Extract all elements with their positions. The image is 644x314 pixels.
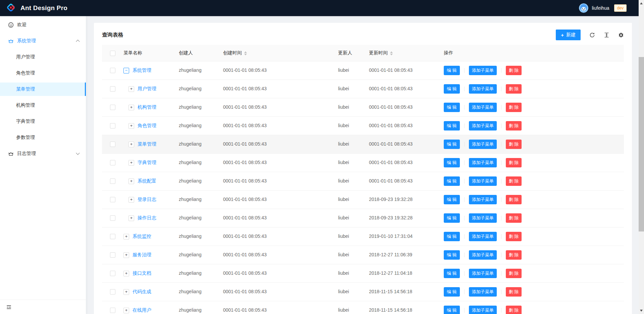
delete-button[interactable]: 删 除 <box>506 176 522 186</box>
row-checkbox[interactable] <box>110 215 115 221</box>
add-submenu-button[interactable]: 添加子菜单 <box>469 121 497 130</box>
sidebar-item-welcome[interactable]: 欢迎 <box>0 18 86 32</box>
delete-button[interactable]: 删 除 <box>506 287 522 297</box>
edit-button[interactable]: 编 辑 <box>444 158 460 167</box>
expand-row-icon[interactable]: + <box>123 271 129 276</box>
add-submenu-button[interactable]: 添加子菜单 <box>469 306 497 314</box>
menu-name-link[interactable]: 代码生成 <box>132 289 151 294</box>
edit-button[interactable]: 编 辑 <box>444 66 460 75</box>
menu-name-link[interactable]: 登录日志 <box>138 197 156 202</box>
collapse-row-icon[interactable]: − <box>123 68 129 73</box>
sidebar-item-dict-mgmt[interactable]: 字典管理 <box>0 115 86 128</box>
sorter-carets-icon[interactable] <box>244 51 247 55</box>
row-checkbox[interactable] <box>110 308 115 313</box>
row-checkbox[interactable] <box>110 86 115 92</box>
column-height-icon[interactable] <box>604 32 609 38</box>
sidebar-item-menu-mgmt[interactable]: 菜单管理 <box>0 83 86 96</box>
add-submenu-button[interactable]: 添加子菜单 <box>469 84 497 94</box>
delete-button[interactable]: 删 除 <box>506 103 522 112</box>
expand-row-icon[interactable]: + <box>128 123 134 129</box>
expand-row-icon[interactable]: + <box>128 215 134 221</box>
add-submenu-button[interactable]: 添加子菜单 <box>469 140 497 149</box>
sidebar-item-org-mgmt[interactable]: 机构管理 <box>0 99 86 112</box>
delete-button[interactable]: 删 除 <box>506 232 522 241</box>
expand-row-icon[interactable]: + <box>123 289 129 295</box>
menu-name-link[interactable]: 机构管理 <box>138 104 156 110</box>
edit-button[interactable]: 编 辑 <box>444 103 460 112</box>
delete-button[interactable]: 删 除 <box>506 84 522 94</box>
sidebar-item-param-mgmt[interactable]: 参数管理 <box>0 131 86 144</box>
edit-button[interactable]: 编 辑 <box>444 213 460 223</box>
row-checkbox[interactable] <box>110 142 115 147</box>
menu-name-link[interactable]: 系统管理 <box>132 67 151 73</box>
menu-name-link[interactable]: 字典管理 <box>138 160 156 165</box>
delete-button[interactable]: 删 除 <box>506 66 522 75</box>
sidebar-group-log[interactable]: 日志管理 <box>0 147 86 160</box>
menu-name-link[interactable]: 角色管理 <box>138 123 156 128</box>
delete-button[interactable]: 删 除 <box>506 140 522 149</box>
user-name[interactable]: liufeihua <box>592 5 609 11</box>
expand-row-icon[interactable]: + <box>128 105 134 110</box>
row-checkbox[interactable] <box>110 178 115 184</box>
delete-button[interactable]: 删 除 <box>506 195 522 204</box>
edit-button[interactable]: 编 辑 <box>444 269 460 278</box>
sorter-carets-icon[interactable] <box>390 51 393 55</box>
add-submenu-button[interactable]: 添加子菜单 <box>469 103 497 112</box>
edit-button[interactable]: 编 辑 <box>444 250 460 260</box>
edit-button[interactable]: 编 辑 <box>444 195 460 204</box>
add-submenu-button[interactable]: 添加子菜单 <box>469 269 497 278</box>
sidebar-item-user-mgmt[interactable]: 用户管理 <box>0 50 86 64</box>
menu-name-link[interactable]: 服务治理 <box>132 252 151 257</box>
menu-name-link[interactable]: 操作日志 <box>138 215 156 220</box>
menu-name-link[interactable]: 用户管理 <box>138 86 156 91</box>
row-checkbox[interactable] <box>110 68 115 73</box>
expand-row-icon[interactable]: + <box>123 308 129 313</box>
delete-button[interactable]: 删 除 <box>506 306 522 314</box>
user-avatar[interactable] <box>579 3 588 13</box>
new-button[interactable]: + 新建 <box>556 30 581 40</box>
row-checkbox[interactable] <box>110 234 115 239</box>
row-checkbox[interactable] <box>110 252 115 258</box>
add-submenu-button[interactable]: 添加子菜单 <box>469 66 497 75</box>
app-logo[interactable]: Ant Design Pro <box>5 2 67 14</box>
scroll-up-arrow-icon[interactable] <box>640 2 643 4</box>
scrollbar-thumb[interactable] <box>639 57 644 231</box>
edit-button[interactable]: 编 辑 <box>444 121 460 130</box>
sidebar-item-role-mgmt[interactable]: 角色管理 <box>0 66 86 80</box>
setting-gear-icon[interactable] <box>618 32 624 38</box>
select-all-checkbox[interactable] <box>110 51 115 56</box>
row-checkbox[interactable] <box>110 271 115 276</box>
add-submenu-button[interactable]: 添加子菜单 <box>469 158 497 167</box>
scroll-down-arrow-icon[interactable] <box>640 310 643 312</box>
menu-name-link[interactable]: 系统配置 <box>138 178 156 184</box>
expand-row-icon[interactable]: + <box>128 160 134 166</box>
menu-name-link[interactable]: 接口文档 <box>132 270 151 276</box>
edit-button[interactable]: 编 辑 <box>444 232 460 241</box>
add-submenu-button[interactable]: 添加子菜单 <box>469 250 497 260</box>
expand-row-icon[interactable]: + <box>128 197 134 203</box>
delete-button[interactable]: 删 除 <box>506 269 522 278</box>
edit-button[interactable]: 编 辑 <box>444 287 460 297</box>
edit-button[interactable]: 编 辑 <box>444 140 460 149</box>
menu-name-link[interactable]: 菜单管理 <box>138 141 156 147</box>
column-header-2[interactable]: 创建时间 <box>218 45 333 61</box>
add-submenu-button[interactable]: 添加子菜单 <box>469 232 497 241</box>
reload-icon[interactable] <box>589 32 595 38</box>
delete-button[interactable]: 删 除 <box>506 158 522 167</box>
vertical-scrollbar[interactable] <box>639 0 644 314</box>
sidebar-group-system[interactable]: 系统管理 <box>0 34 86 48</box>
add-submenu-button[interactable]: 添加子菜单 <box>469 287 497 297</box>
row-checkbox[interactable] <box>110 105 115 110</box>
row-checkbox[interactable] <box>110 123 115 128</box>
row-checkbox[interactable] <box>110 160 115 165</box>
add-submenu-button[interactable]: 添加子菜单 <box>469 176 497 186</box>
add-submenu-button[interactable]: 添加子菜单 <box>469 195 497 204</box>
edit-button[interactable]: 编 辑 <box>444 176 460 186</box>
expand-row-icon[interactable]: + <box>128 178 134 184</box>
expand-row-icon[interactable]: + <box>123 234 129 240</box>
edit-button[interactable]: 编 辑 <box>444 84 460 94</box>
delete-button[interactable]: 删 除 <box>506 213 522 223</box>
add-submenu-button[interactable]: 添加子菜单 <box>469 213 497 223</box>
expand-row-icon[interactable]: + <box>128 86 134 92</box>
menu-name-link[interactable]: 系统监控 <box>132 233 151 239</box>
